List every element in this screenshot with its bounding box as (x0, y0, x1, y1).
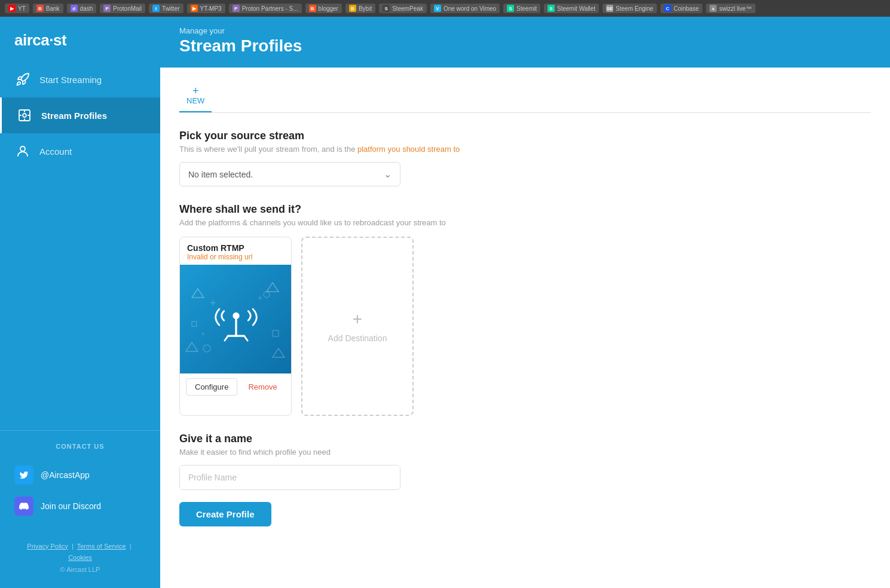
twitter-handle: @AircastApp (41, 470, 90, 480)
profile-name-input-container (179, 465, 400, 490)
browser-tab-steemit[interactable]: S Steemit (503, 4, 540, 13)
source-section-sub: This is where we'll pull your stream fro… (179, 145, 871, 154)
svg-point-1 (23, 114, 26, 117)
browser-tab-steemit-wallet[interactable]: S Steemit Wallet (544, 4, 599, 13)
browser-tab-swizzl[interactable]: s swizzl live™ (706, 4, 755, 13)
browser-tab-twitter[interactable]: t Twitter (149, 4, 183, 13)
svg-text:+: + (201, 330, 205, 338)
svg-marker-5 (186, 342, 198, 351)
favicon-steemit: S (507, 5, 514, 12)
browser-tab-steem-engine[interactable]: SE Steem Engine (602, 4, 657, 13)
terms-of-service-link[interactable]: Terms of Service (77, 543, 126, 550)
svg-point-10 (264, 292, 270, 298)
favicon-blogger: B (309, 5, 316, 12)
manage-your-label: Manage your (179, 26, 871, 35)
svg-line-18 (244, 336, 248, 341)
source-dropdown-value: No item selected. (188, 170, 253, 179)
cookies-link[interactable]: Cookies (68, 554, 92, 561)
name-section-sub: Make it easier to find which profile you… (179, 448, 871, 457)
tab-new-label: NEW (186, 96, 204, 105)
content-panel: + NEW Pick your source stream This is wh… (160, 68, 890, 588)
name-section-title: Give it a name (179, 433, 871, 445)
stream-profiles-icon (16, 107, 33, 124)
sidebar-item-start-streaming-label: Start Streaming (39, 75, 102, 85)
remove-button[interactable]: Remove (242, 378, 283, 396)
custom-rtmp-card: Custom RTMP Invalid or missing url (179, 237, 292, 416)
favicon-yt: ▶ (8, 5, 16, 12)
sidebar-footer: Privacy Policy | Terms of Service | Cook… (0, 534, 160, 588)
rocket-icon (14, 71, 31, 88)
browser-tab-bank[interactable]: B Bank (33, 4, 63, 13)
sidebar-item-stream-profiles[interactable]: Stream Profiles (0, 97, 160, 133)
destination-card-actions: Configure Remove (180, 373, 291, 400)
favicon-ytmp3: ▶ (191, 5, 198, 12)
browser-tab-dash[interactable]: d dash (67, 4, 97, 13)
sidebar-item-account-label: Account (39, 146, 72, 157)
source-dropdown[interactable]: No item selected. ⌄ (179, 162, 400, 186)
destination-section-title: Where shall we send it? (179, 203, 871, 216)
browser-tab-steempeak[interactable]: S SteemPeak (379, 4, 427, 13)
svg-marker-3 (192, 289, 204, 298)
name-section: Give it a name Make it easier to find wh… (179, 433, 871, 490)
favicon-steempeak: S (383, 5, 390, 12)
favicon-dash: d (71, 5, 78, 12)
svg-rect-13 (192, 321, 197, 326)
browser-tab-protonmail[interactable]: P ProtonMail (100, 4, 145, 13)
twitter-link[interactable]: @AircastApp (14, 460, 146, 491)
destination-section: Where shall we send it? Add the platform… (179, 203, 871, 416)
sidebar-item-start-streaming[interactable]: Start Streaming (0, 62, 160, 97)
privacy-policy-link[interactable]: Privacy Policy (27, 543, 68, 550)
favicon-proton-partners: P (233, 5, 240, 12)
favicon-vimeo: V (434, 5, 441, 12)
browser-tab-bybit[interactable]: B Bybit (345, 4, 375, 13)
favicon-steem-engine: SE (606, 5, 613, 12)
page-title: Stream Profiles (179, 36, 871, 56)
svg-point-15 (233, 313, 239, 319)
svg-line-17 (225, 336, 228, 341)
configure-button[interactable]: Configure (186, 378, 237, 396)
sidebar-bottom: CONTACT US @AircastApp Join our Discord (0, 430, 160, 534)
main-header: Manage your Stream Profiles (160, 17, 890, 68)
tab-new-plus: + (192, 85, 199, 96)
discord-link[interactable]: Join our Discord (14, 491, 146, 522)
tabs-bar: + NEW (179, 82, 871, 113)
add-destination-plus-icon: + (353, 310, 362, 329)
favicon-bank: B (36, 5, 44, 12)
svg-marker-4 (267, 283, 279, 292)
favicon-protonmail: P (103, 5, 111, 12)
browser-tab-ytmp3[interactable]: ▶ YT-MP3 (187, 4, 225, 13)
browser-tab-coinbase[interactable]: C Coinbase (660, 4, 702, 13)
sidebar-item-account[interactable]: Account (0, 133, 160, 169)
browser-tab-vimeo[interactable]: V One word on Vimeo (430, 4, 500, 13)
add-destination-card[interactable]: + Add Destination (301, 237, 414, 416)
discord-label: Join our Discord (41, 501, 101, 511)
browser-tab-blogger[interactable]: B blogger (305, 4, 342, 13)
antenna-svg (209, 292, 263, 346)
svg-rect-12 (273, 330, 279, 336)
tab-new[interactable]: + NEW (179, 82, 212, 112)
main-body: + NEW Pick your source stream This is wh… (160, 68, 890, 588)
discord-icon (14, 497, 33, 516)
sidebar: airca·st Start Streaming (0, 17, 160, 588)
destination-section-sub: Add the platforms & channels you would l… (179, 218, 871, 227)
browser-tab-proton-partners[interactable]: P Proton Partners - S... (229, 4, 302, 13)
source-section-sub-plain: This is where we'll pull your stream fro… (179, 145, 357, 154)
create-profile-button[interactable]: Create Profile (179, 502, 271, 526)
svg-marker-6 (273, 348, 285, 357)
contact-us-label: CONTACT US (14, 443, 146, 450)
app-container: airca·st Start Streaming (0, 17, 890, 588)
chevron-down-icon: ⌄ (384, 169, 392, 180)
add-destination-label: Add Destination (328, 333, 387, 343)
custom-rtmp-image: + + + (180, 265, 292, 373)
profile-name-input[interactable] (180, 466, 400, 489)
custom-rtmp-header: Custom RTMP Invalid or missing url (180, 237, 291, 265)
browser-bar: ▶ YT B Bank d dash P ProtonMail t Twitte… (0, 0, 890, 17)
copyright: © Aircast LLP (14, 564, 146, 576)
favicon-steemit-wallet: S (548, 5, 555, 12)
source-section-title: Pick your source stream (179, 130, 871, 142)
custom-rtmp-title: Custom RTMP (187, 243, 284, 253)
browser-tab-yt[interactable]: ▶ YT (5, 4, 29, 13)
custom-rtmp-status: Invalid or missing url (187, 253, 284, 261)
favicon-twitter: t (152, 5, 160, 12)
favicon-bybit: B (349, 5, 356, 12)
